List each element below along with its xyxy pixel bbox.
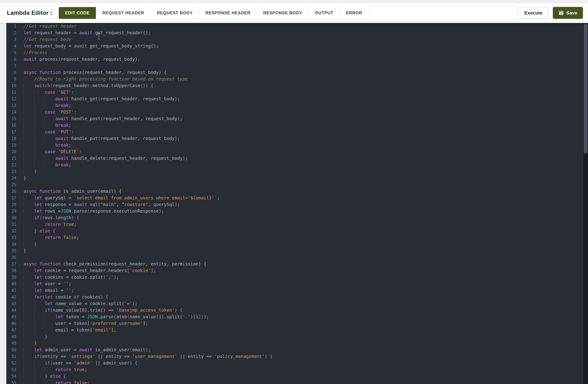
code-line[interactable]: for(let cookie of cookies) { (23, 294, 588, 300)
code-line[interactable]: } else { (23, 228, 588, 234)
code-line[interactable]: let name_value = cookie.split('='); (23, 300, 588, 307)
save-button-label: Save (566, 11, 577, 15)
code-content[interactable]: //Get request headerlet request_header =… (23, 23, 588, 384)
code-line[interactable] (23, 63, 588, 69)
tab-error[interactable]: ERROR (340, 7, 368, 19)
code-line[interactable]: let querySql = `select email from admin_… (23, 195, 588, 201)
tab-response-header[interactable]: RESPONSE HEADER (199, 7, 257, 19)
code-line[interactable]: case 'DELETE': (23, 148, 588, 155)
code-line[interactable]: } (23, 175, 588, 181)
code-line[interactable]: //Get request header (23, 23, 588, 30)
line-number: 40 (6, 281, 16, 287)
code-line[interactable]: break; (23, 102, 588, 109)
code-line[interactable]: await handle_get(request_header, request… (23, 96, 588, 102)
code-line[interactable]: let cookies = cookie.split(';'); (23, 274, 588, 281)
code-line[interactable]: return false; (23, 380, 588, 384)
line-number: 17 (6, 129, 16, 135)
code-line[interactable]: case 'POST': (23, 109, 588, 115)
code-line[interactable]: user = token['preferred_username']; (23, 320, 588, 327)
line-number: 49 (6, 340, 16, 347)
code-line[interactable]: return true; (23, 366, 588, 373)
line-number: 2 (6, 30, 16, 36)
line-number: 31 (6, 221, 16, 228)
line-number: 54 (6, 373, 16, 380)
code-line[interactable]: if(entity == 'settings' || entity == 'us… (23, 353, 588, 360)
line-number: 16 (6, 122, 16, 129)
code-line[interactable]: async function check_permission(request_… (23, 261, 588, 267)
code-line[interactable]: } (23, 340, 588, 347)
code-line[interactable]: return false; (23, 234, 588, 241)
code-line[interactable]: } (23, 248, 588, 254)
code-line[interactable]: let admin_user = await is_admin_user(ema… (23, 347, 588, 353)
code-line[interactable]: async function process(request_header, r… (23, 69, 588, 76)
tab-response-body[interactable]: RESPONSE BODY (257, 7, 309, 19)
code-line[interactable]: //Process (23, 49, 588, 56)
code-line[interactable]: let email = ''; (23, 287, 588, 294)
code-line[interactable]: } (23, 333, 588, 340)
line-number: 42 (6, 294, 16, 300)
code-line[interactable]: //Get request body (23, 36, 588, 43)
line-number: 39 (6, 274, 16, 281)
save-button[interactable]: Save (553, 7, 583, 19)
code-line[interactable]: break; (23, 142, 588, 148)
code-line[interactable]: case 'GET': (23, 89, 588, 96)
line-number: 38 (6, 267, 16, 274)
page-title: Lambda Editor : (7, 10, 52, 16)
tab-request-body[interactable]: REQUEST BODY (150, 7, 199, 19)
line-number: 32 (6, 228, 16, 234)
code-line[interactable]: let request_body = await get_request_bod… (23, 43, 588, 49)
code-line[interactable]: let token = JSON.parse(atob(name_value[1… (23, 314, 588, 320)
code-line[interactable]: let cookie = request_header.headers['coo… (23, 267, 588, 274)
code-line[interactable]: break; (23, 122, 588, 129)
code-line[interactable]: let user = ''; (23, 281, 588, 287)
line-number: 29 (6, 208, 16, 214)
code-line[interactable]: } else { (23, 373, 588, 380)
code-line[interactable]: email = token['email']; (23, 327, 588, 333)
line-number: 21 (6, 155, 16, 162)
code-line[interactable]: let request_header = await get_request_h… (23, 30, 588, 36)
tab-output[interactable]: OUTPUT (309, 7, 340, 19)
line-number: 9 (6, 76, 16, 82)
code-line[interactable]: //Route to right processing function bas… (23, 76, 588, 82)
line-number: 26 (6, 188, 16, 195)
code-line[interactable]: } (23, 241, 588, 248)
code-line[interactable]: async function is_admin_user(email) { (23, 188, 588, 195)
code-line[interactable]: let response = await sql("main", "rowsto… (23, 201, 588, 208)
code-line[interactable]: switch(request_header.method.toUpperCase… (23, 82, 588, 89)
code-line[interactable]: case 'PUT': (23, 129, 588, 135)
line-number: 55 (6, 380, 16, 384)
line-number: 3 (6, 36, 16, 43)
execute-button[interactable]: Execute (518, 7, 549, 19)
line-number: 52 (6, 360, 16, 366)
code-line[interactable]: } (23, 168, 588, 175)
code-editor[interactable]: 1234567891011121314151617181920212223242… (6, 23, 588, 384)
code-line[interactable] (23, 181, 588, 188)
code-line[interactable] (23, 254, 588, 261)
editor-scrollbar[interactable] (583, 23, 588, 384)
tab-strip: EDIT CODEREQUEST HEADERREQUEST BODYRESPO… (59, 7, 369, 19)
line-number: 13 (6, 102, 16, 109)
line-number: 46 (6, 320, 16, 327)
line-number: 34 (6, 241, 16, 248)
line-number: 22 (6, 162, 16, 168)
tab-request-header[interactable]: REQUEST HEADER (96, 7, 150, 19)
code-line[interactable]: if(name_value[0].trim() == 'basejmp_acce… (23, 307, 588, 314)
line-number: 18 (6, 135, 16, 142)
line-number: 7 (6, 63, 16, 69)
line-number: 35 (6, 248, 16, 254)
code-line[interactable]: if(rows.length) { (23, 214, 588, 221)
code-line[interactable]: if(user == 'admin' || admin_user) { (23, 360, 588, 366)
code-line[interactable]: await handle_post(request_header, reques… (23, 115, 588, 122)
line-number: 37 (6, 261, 16, 267)
code-line[interactable]: let rows =JSON.parse(response.executionR… (23, 208, 588, 214)
code-line[interactable]: break; (23, 162, 588, 168)
line-number: 41 (6, 287, 16, 294)
code-line[interactable]: await process(request_header, request_bo… (23, 56, 588, 63)
toolbar: Lambda Editor : EDIT CODEREQUEST HEADERR… (0, 3, 588, 23)
scrollbar-thumb[interactable] (584, 23, 588, 154)
code-line[interactable]: await handle_delete(request_header, requ… (23, 155, 588, 162)
tab-edit-code[interactable]: EDIT CODE (59, 7, 96, 19)
line-number: 20 (6, 148, 16, 155)
code-line[interactable]: await handle_put(request_header, request… (23, 135, 588, 142)
code-line[interactable]: return true; (23, 221, 588, 228)
